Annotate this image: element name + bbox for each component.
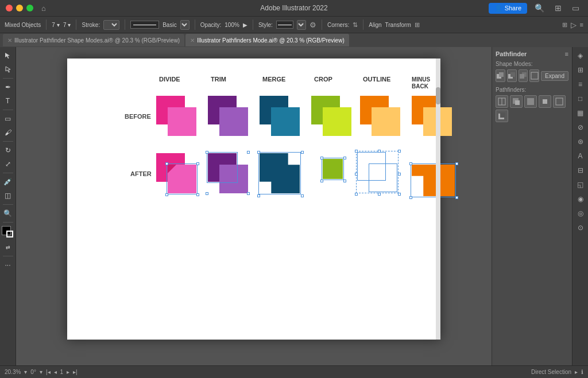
transform-panel-icon[interactable]: ◱ xyxy=(574,178,587,191)
toolbar-separator-4 xyxy=(195,20,195,30)
nav-prev[interactable]: ◂ xyxy=(54,369,57,375)
paintbrush-tool[interactable]: 🖌 xyxy=(2,126,14,139)
maximize-button[interactable] xyxy=(26,5,33,11)
vertical-scrollbar[interactable] xyxy=(436,59,440,340)
scrollbar-thumb[interactable] xyxy=(436,87,440,104)
nav-prev-prev[interactable]: |◂ xyxy=(46,369,51,375)
titlebar-right: 👤 Share 🔍 ⊞ ▭ xyxy=(489,2,582,14)
direct-select-tool[interactable] xyxy=(2,63,14,76)
basic-select[interactable] xyxy=(180,20,189,30)
search-button[interactable]: 🔍 xyxy=(532,2,547,14)
shape-tool[interactable]: ▭ xyxy=(2,112,14,125)
canvas: DIVIDE TRIM MERGE CROP OUTLINE MINUS BAC… xyxy=(67,59,440,340)
pathfinders-label: Pathfinders: xyxy=(496,87,568,93)
transform-label[interactable]: Transform xyxy=(385,22,411,28)
align-panel-icon[interactable]: ⊟ xyxy=(574,164,587,177)
style-line xyxy=(278,25,292,25)
zoom-value[interactable]: 20.3% xyxy=(5,369,21,375)
tab-1-close[interactable]: ✕ xyxy=(7,37,12,44)
stroke-label: Stroke: xyxy=(82,22,100,28)
panel-menu-icon[interactable]: ≡ xyxy=(565,50,568,57)
color-guide-icon[interactable]: ◎ xyxy=(574,207,587,220)
properties-icon[interactable]: ⊞ xyxy=(574,64,587,76)
right-icons-panel: ◈ ⊞ ≡ □ ▦ ⊘ ⊛ A ⊟ ◱ ◉ ◎ ⊙ xyxy=(572,47,588,365)
rotation-dropdown[interactable]: ▾ xyxy=(40,369,42,375)
left-toolbar: ✒ T ▭ 🖌 ↻ ⤢ 💉 ◫ 🔍 ⇄ ··· xyxy=(0,47,16,365)
close-button[interactable] xyxy=(6,5,13,11)
tab-2-label: Illustrator Pathfinders Mode.ai® @ 20.3 … xyxy=(197,37,345,44)
corners-control[interactable]: ⇅ xyxy=(353,21,358,29)
width-control[interactable]: 7 ▾ xyxy=(52,22,60,28)
home-icon[interactable]: ⌂ xyxy=(41,4,46,13)
libraries-icon[interactable]: □ xyxy=(574,92,587,105)
svg-rect-3 xyxy=(510,72,515,77)
svg-rect-11 xyxy=(527,98,534,105)
intersect-button[interactable] xyxy=(519,69,528,82)
zoom-dropdown[interactable]: ▾ xyxy=(24,369,27,375)
panel-toggle-button[interactable]: ▭ xyxy=(569,2,582,14)
transform-icon[interactable]: ⊞ xyxy=(415,21,420,29)
stroke-color[interactable] xyxy=(6,231,13,237)
tab-2-close[interactable]: ✕ xyxy=(190,37,195,44)
crop-button[interactable] xyxy=(539,95,551,108)
grid-view-button[interactable]: ⊞ xyxy=(552,2,564,14)
merge-before xyxy=(260,96,303,139)
stroke-preview xyxy=(130,21,159,29)
swatches-icon[interactable]: ▦ xyxy=(574,107,587,119)
appearance-icon[interactable]: ◈ xyxy=(574,49,587,62)
tool-name: Direct Selection xyxy=(531,369,571,375)
text-tool[interactable]: T xyxy=(2,95,14,107)
align-label[interactable]: Align xyxy=(369,22,381,28)
stroke-select[interactable] xyxy=(103,20,119,30)
tab-1[interactable]: ✕ Illustrator Pathfinder Shape Modes.ai®… xyxy=(3,34,184,46)
divide-after xyxy=(156,153,199,196)
tab-2[interactable]: ✕ Illustrator Pathfinders Mode.ai® @ 20.… xyxy=(185,34,349,46)
zoom-tool[interactable]: 🔍 xyxy=(2,207,14,220)
unite-button[interactable] xyxy=(496,69,505,82)
minimize-button[interactable] xyxy=(16,5,23,11)
style-preview xyxy=(276,21,293,29)
expand-button[interactable]: Expand xyxy=(541,71,568,81)
minus-front-button[interactable] xyxy=(507,69,517,82)
style-select[interactable] xyxy=(297,20,306,30)
toolbar-separator-5 xyxy=(253,20,253,30)
more-tools[interactable]: ··· xyxy=(2,259,14,271)
outline-after xyxy=(357,152,403,198)
swap-fill-stroke[interactable]: ⇄ xyxy=(2,241,14,254)
divide-button[interactable] xyxy=(496,95,508,108)
arrange-icon[interactable]: ⊞ xyxy=(562,21,567,29)
pen-tool[interactable]: ✒ xyxy=(2,81,14,93)
gradient-tool[interactable]: ◫ xyxy=(2,189,14,202)
select-tool[interactable] xyxy=(2,49,14,62)
expand-icon[interactable]: ▷ xyxy=(571,21,577,29)
exclude-button[interactable] xyxy=(529,69,539,82)
stroke-line xyxy=(133,25,156,25)
trim-button[interactable] xyxy=(510,95,523,108)
symbols-icon[interactable]: ⊛ xyxy=(574,135,587,148)
layers-icon[interactable]: ≡ xyxy=(574,78,587,91)
trim-before xyxy=(208,96,251,139)
page-number[interactable]: 1 xyxy=(60,369,64,375)
left-toolbar-sep-6 xyxy=(3,222,13,223)
merge-button[interactable] xyxy=(524,95,537,108)
char-styles-icon[interactable]: A xyxy=(574,150,587,162)
recolor-icon[interactable]: ⊙ xyxy=(574,221,587,234)
opacity-value[interactable]: 100% xyxy=(225,22,239,28)
rotation-value[interactable]: 0° xyxy=(30,369,36,375)
nav-next[interactable]: ▸ xyxy=(67,369,69,375)
color-icon[interactable]: ◉ xyxy=(574,193,587,205)
height-control[interactable]: 7 ▾ xyxy=(63,22,71,28)
left-toolbar-sep-1 xyxy=(3,78,13,79)
scale-tool[interactable]: ⤢ xyxy=(2,158,14,170)
share-button[interactable]: 👤 Share xyxy=(489,3,527,14)
outline-button[interactable] xyxy=(553,95,566,108)
rotate-tool[interactable]: ↻ xyxy=(2,144,14,157)
tabs-bar: ✕ Illustrator Pathfinder Shape Modes.ai®… xyxy=(0,33,588,47)
left-toolbar-sep-3 xyxy=(3,141,13,142)
menu-icon[interactable]: ≡ xyxy=(580,21,583,28)
eyedropper-tool[interactable]: 💉 xyxy=(2,176,14,188)
minus-back-button[interactable] xyxy=(496,110,508,122)
settings-icon[interactable]: ⚙ xyxy=(310,21,316,29)
nav-next-next[interactable]: ▸| xyxy=(73,369,78,375)
brushes-icon[interactable]: ⊘ xyxy=(574,121,587,134)
